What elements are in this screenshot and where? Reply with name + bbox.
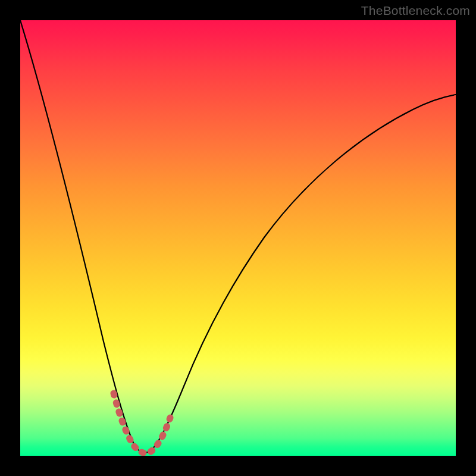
plot-area <box>20 20 456 456</box>
curve-canvas <box>20 20 456 456</box>
chart-frame: TheBottleneck.com <box>0 0 476 476</box>
watermark-text: TheBottleneck.com <box>361 4 470 18</box>
stitch-overlay <box>114 393 170 453</box>
bottleneck-curve <box>20 20 456 453</box>
